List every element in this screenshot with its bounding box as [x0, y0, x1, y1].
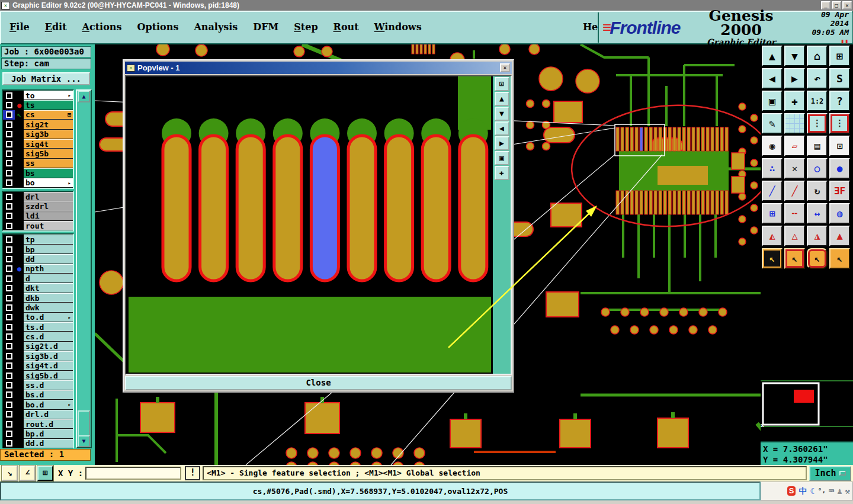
close-button[interactable]: ✕ [842, 1, 852, 9]
layer-checkbox[interactable] [3, 168, 15, 178]
restore-button[interactable]: □ [832, 1, 841, 9]
layer-checkbox[interactable] [3, 101, 15, 110]
layer-checkbox[interactable] [3, 254, 15, 264]
layer-checkbox[interactable] [3, 130, 15, 139]
layer-row-to.d[interactable]: to.d▸ [3, 313, 73, 322]
chinese-input-icon[interactable]: 中 [799, 486, 807, 496]
tile-windows-button[interactable]: ⊞ [37, 466, 53, 481]
xy-input[interactable] [85, 467, 181, 480]
layer-checkbox[interactable] [3, 110, 15, 120]
layer-checkbox[interactable] [3, 284, 15, 293]
surface-arrow-c-button[interactable]: ◮ [807, 226, 828, 246]
window-xy-button[interactable]: ⊞ [829, 46, 850, 66]
layer-row-sig2t.d[interactable]: sig2t.d [3, 342, 73, 351]
layer-row-szdrl[interactable]: szdrl [3, 201, 73, 211]
punctuation-icon[interactable]: °, [818, 486, 826, 496]
surface-arrow-d-button[interactable]: ▲ [829, 226, 850, 246]
pan-right-button[interactable]: ▶ [784, 68, 805, 89]
overview-minimap[interactable]: × [761, 284, 853, 444]
popview-pan-right-button[interactable]: ▶ [495, 136, 509, 150]
layer-row-sig4t[interactable]: sig4t [3, 139, 73, 149]
menu-edit[interactable]: Edit [45, 21, 67, 33]
layer-checkbox[interactable] [3, 235, 15, 245]
popview-window[interactable]: ✕ Popview - 1 ✕ ⊡▲▼◀▶▣✚ Close [123, 59, 514, 393]
menu-options[interactable]: Options [137, 21, 179, 33]
layer-checkbox[interactable] [3, 332, 15, 342]
dimension-button[interactable]: ↔ [807, 203, 828, 224]
minimize-button[interactable]: _ [821, 1, 830, 9]
rotate-feature-button[interactable]: ↻ [807, 181, 828, 201]
popview-pan-down-button[interactable]: ▼ [495, 107, 509, 121]
select-polygon-region-button[interactable]: ▱ [784, 136, 805, 156]
home-view-button[interactable]: ⌂ [807, 46, 828, 66]
wrench-icon[interactable]: ⚒ [845, 486, 850, 496]
layer-row-bo.d[interactable]: bo.d▸ [3, 400, 73, 409]
layer-row-dkt[interactable]: dkt [3, 283, 73, 293]
break-line-button[interactable]: ╌ [784, 203, 805, 224]
pan-left-button[interactable]: ◀ [762, 68, 783, 89]
delete-feature-button[interactable]: ✕ [784, 158, 805, 179]
layer-row-to[interactable]: to▸ [3, 91, 73, 100]
pan-down-button[interactable]: ▼ [784, 46, 805, 66]
swap-shapes-button[interactable]: ◍ [829, 203, 850, 224]
layer-lights-a-button[interactable]: ⋮ [807, 113, 828, 134]
move-feature-button[interactable]: ○ [807, 158, 828, 179]
layer-checkbox[interactable] [3, 390, 15, 400]
chain-select-button[interactable]: ∴ [762, 158, 783, 179]
user-icon[interactable]: ♟ [837, 486, 842, 496]
layer-checkbox[interactable] [3, 293, 15, 303]
serpentine-button[interactable]: S [829, 68, 850, 89]
units-button[interactable]: Inch [809, 466, 851, 481]
surface-arrow-b-button[interactable]: △ [784, 226, 805, 246]
zoom-in-button[interactable]: ▣ [762, 91, 783, 111]
layer-row-tp[interactable]: tp [3, 235, 73, 244]
pan-up-button[interactable]: ▲ [762, 46, 783, 66]
select-single-button[interactable]: ↖ [762, 248, 783, 269]
layer-checkbox[interactable] [3, 400, 15, 409]
menu-step[interactable]: Step [294, 21, 318, 33]
scroll-thumb[interactable] [78, 410, 90, 436]
layer-checkbox[interactable] [3, 274, 15, 283]
layer-row-bs[interactable]: bs [3, 168, 73, 178]
layer-checkbox[interactable] [3, 410, 15, 419]
menu-analysis[interactable]: Analysis [194, 21, 238, 33]
alert-button[interactable]: ! [185, 466, 200, 480]
select-feature-button[interactable]: ◉ [762, 136, 783, 156]
layer-checkbox[interactable] [3, 381, 15, 390]
layer-checkbox[interactable] [3, 211, 15, 221]
popview-title-bar[interactable]: ✕ Popview - 1 ✕ [125, 62, 512, 74]
layer-row-bp.d[interactable]: bp.d [3, 429, 73, 438]
layer-row-ss.d[interactable]: ss.d [3, 380, 73, 390]
layer-checkbox[interactable] [3, 429, 15, 438]
grid-toggle-button[interactable]: ▦ [784, 113, 805, 134]
layer-checkbox[interactable] [3, 139, 15, 149]
layer-row-sig3b.d[interactable]: sig3b.d [3, 351, 73, 361]
layer-checkbox[interactable] [3, 149, 15, 159]
layer-row-bo[interactable]: bo▸ [3, 178, 73, 188]
layer-checkbox[interactable] [3, 371, 15, 380]
select-inside-frame-button[interactable]: ⊡ [829, 136, 850, 156]
layer-row-npth[interactable]: ●npth [3, 264, 73, 274]
layer-row-dwk[interactable]: dwk [3, 303, 73, 312]
layer-row-drl.d[interactable]: drl.d [3, 410, 73, 419]
layer-row-drl[interactable]: drl [3, 192, 73, 201]
help-query-button[interactable]: ? [829, 91, 850, 111]
measure-ruler-button[interactable]: ▤ [807, 136, 828, 156]
layer-row-sig2t[interactable]: sig2t [3, 120, 73, 129]
mirror-feature-button[interactable]: ƎF [829, 181, 850, 201]
popview-zoom-in-button[interactable]: ✚ [495, 166, 509, 180]
layer-checkbox[interactable] [3, 192, 15, 201]
layer-row-sig4t.d[interactable]: sig4t.d [3, 361, 73, 371]
layer-row-rout.d[interactable]: rout.d [3, 419, 73, 429]
layer-row-dkb[interactable]: dkb [3, 293, 73, 303]
layer-row-sig3b[interactable]: sig3b [3, 130, 73, 139]
popview-pan-up-button[interactable]: ▲ [495, 92, 509, 106]
copy-feature-button[interactable]: ● [829, 158, 850, 179]
moon-icon[interactable]: ☾ [810, 486, 814, 496]
edit-tools-button[interactable]: ✎ [762, 113, 783, 134]
zoom-ratio-1-2-button[interactable]: 1:2 [807, 91, 828, 111]
layer-checkbox[interactable] [3, 120, 15, 129]
layer-row-ts.d[interactable]: ts.d [3, 322, 73, 332]
layer-row-rout[interactable]: rout [3, 221, 73, 230]
sogou-icon[interactable]: S [787, 486, 796, 496]
